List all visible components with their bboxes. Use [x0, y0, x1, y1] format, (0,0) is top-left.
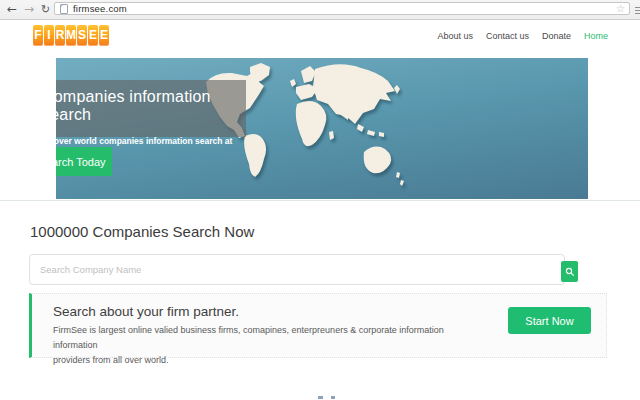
firmsee-logo[interactable]: F I R M S E E [33, 25, 109, 46]
search-icon [565, 267, 575, 277]
logo-letter: E [88, 25, 98, 46]
logo-letter: E [99, 25, 109, 46]
search-today-button[interactable]: Search Today [56, 147, 112, 176]
partner-panel: Search about your firm partner. FirmSee … [29, 293, 607, 358]
hero-caption-box: Companies information search all over wo… [56, 80, 246, 137]
forward-icon[interactable]: → [24, 1, 34, 17]
nav-contact-us[interactable]: Contact us [486, 31, 529, 41]
nav-home[interactable]: Home [584, 31, 608, 41]
reload-icon[interactable]: ↻ [41, 2, 50, 18]
bookmark-star-icon[interactable]: ☆ [616, 4, 625, 14]
url-text[interactable]: firmsee.com [73, 3, 127, 14]
page-bottom-artifact [331, 396, 335, 399]
search-submit-button[interactable] [561, 261, 578, 282]
logo-letter: R [55, 25, 65, 46]
search-section-heading: 1000000 Companies Search Now [30, 223, 254, 240]
start-now-button[interactable]: Start Now [508, 307, 591, 334]
panel-body-line2: providers from all over world. [53, 353, 483, 368]
back-icon[interactable]: ← [7, 1, 17, 17]
page-icon [60, 4, 68, 14]
address-bar[interactable]: firmsee.com ☆ [54, 2, 630, 15]
hero-title: Companies information search [56, 88, 246, 124]
nav-about-us[interactable]: About us [437, 31, 473, 41]
page-bottom-artifact [318, 396, 323, 399]
section-divider [0, 200, 640, 201]
hero-banner: Companies information search all over wo… [56, 58, 588, 199]
panel-body: FirmSee is largest online valied busines… [53, 323, 483, 368]
main-nav: About us Contact us Donate Home [437, 31, 608, 41]
menu-icon[interactable] [635, 5, 640, 16]
logo-letter: S [77, 25, 87, 46]
company-search-input[interactable] [29, 254, 565, 285]
panel-body-line1: FirmSee is largest online valied busines… [53, 323, 483, 353]
logo-letter: F [33, 25, 43, 46]
logo-letter: M [66, 25, 76, 46]
browser-toolbar: ← → ↻ firmsee.com ☆ [0, 0, 640, 20]
logo-letter: I [44, 25, 54, 46]
nav-donate[interactable]: Donate [542, 31, 571, 41]
